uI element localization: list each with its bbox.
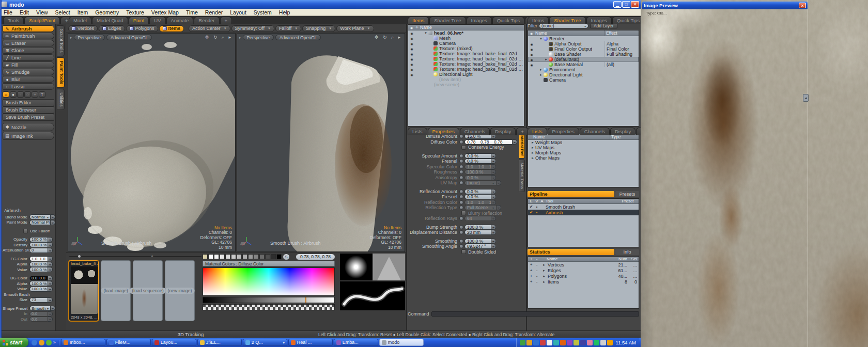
spinner[interactable]: ◂▸ [491,175,496,180]
expander-icon[interactable]: ► [539,73,544,76]
spinner[interactable]: ◂▸ [497,180,501,185]
color-swatch[interactable] [225,254,230,259]
spinner[interactable]: ◂▸ [51,220,55,225]
tool-button[interactable]: Clone [3,47,54,54]
brush-link[interactable]: Save Brush Preset [3,114,54,121]
maximize-button[interactable]: □ [622,1,630,8]
spinner[interactable]: ◂▸ [513,139,517,145]
toolbar-dropdown[interactable]: Falloff▼ [275,25,301,32]
channel-knob[interactable] [459,170,463,174]
load-image-card[interactable]: (load image) [101,260,131,321]
value-ramp[interactable] [203,297,335,303]
property-field[interactable]: 0.0▾ [29,317,48,322]
item-row[interactable]: ◉ Texture: Image: head_bake_final_02d (5… [408,61,524,67]
property-row[interactable]: Opacity 100.0 %▾ ◂▸ [3,237,55,243]
property-field[interactable]: 0.0▾ [29,311,48,317]
property-row[interactable]: Value 100.0 %▾ ◂▸ [3,287,55,292]
tool-button[interactable]: Line [3,54,54,61]
color-swatch[interactable] [265,254,270,259]
spinner[interactable]: ◂▸ [51,214,55,219]
saturation-button[interactable]: S [283,254,289,260]
layout-tab[interactable]: Model [69,17,91,24]
spinner[interactable]: ◂▸ [491,230,496,235]
property-field[interactable]: 100.0 %▾ [29,267,48,272]
property-row[interactable]: Blurry Reflection ▾ ◂▸ [408,211,517,216]
panel-tab[interactable]: Quick Tips [612,17,644,24]
tray-icon[interactable] [607,340,613,345]
panel-tab[interactable]: Items [408,17,429,24]
property-field[interactable]: 0.0 %▾ [464,175,491,180]
visibility-eye-icon[interactable]: ◉ [409,31,414,35]
color-swatch[interactable] [208,254,213,259]
viewport-left[interactable]: ▸ Perspective Advanced OpenGL ✥ ↻ ⌕ ▸ Sm… [68,33,236,252]
color-swatch[interactable] [259,254,265,259]
brush-shape-icon[interactable]: T [39,91,45,98]
sidebar-vertical-tab[interactable]: Sculpt Tools [57,25,65,56]
color-value[interactable]: 0.78, 0.78, 0.78 [296,254,335,260]
spinner[interactable]: ◂▸ [48,317,53,322]
spinner[interactable]: ◂▸ [48,281,53,286]
property-field[interactable]: 100.0 %▾ [29,262,48,267]
property-field[interactable]: 89.5247 °▾ [464,244,491,249]
property-field[interactable]: Smooth▾ [29,306,51,311]
task-button[interactable]: J:\EL... [197,339,242,346]
collapse-arrow-icon[interactable]: ◄ [803,94,809,102]
shader-row[interactable]: ► Environment [528,67,639,72]
task-button[interactable]: Emba... [334,339,378,346]
task-button[interactable]: Inbox... [61,339,105,346]
property-row[interactable]: Smooth Brush ▾ ◂▸ [3,292,55,297]
property-field[interactable]: 0.0 %▾ [464,194,491,199]
property-row[interactable]: FG Color 1.0 1.0 1.0▾ ◂▸ [3,256,55,262]
menu-item[interactable]: Layout [226,9,250,15]
tray-icon[interactable] [560,340,566,345]
visibility-eye-icon[interactable]: ◉ [529,53,534,56]
property-field[interactable]: Full Scene▾ [464,205,497,210]
tool-button[interactable]: Lasso [3,83,54,90]
property-field[interactable]: 100.0 %▾ [29,237,48,242]
viewport-renderer[interactable]: Advanced OpenGL [106,35,152,40]
item-row[interactable]: ◉ Texture: Image: head_bake_final_02d (6… [408,67,524,72]
image-preview-window[interactable]: Image Preview ✕ Type: Clo... ◄ [641,0,868,347]
property-row[interactable]: Shape Preset Smooth▾ ◂▸ [3,306,55,311]
property-row[interactable]: Attenuation Steps 0▾ ◂▸ [3,248,55,254]
tray-icon[interactable] [594,340,599,345]
property-row[interactable]: Smoothing Angle 89.5247 °▾ ◂▸ [408,244,517,249]
menu-item[interactable]: Texture [122,9,147,15]
property-row[interactable]: Alpha 100.0 %▾ ◂▸ [3,281,55,287]
panel-tab[interactable]: Quick Tips [492,17,524,24]
visibility-eye-icon[interactable]: ◉ [409,52,414,56]
property-row[interactable]: Displacement Distance 20 mm▾ ◂▸ [408,230,517,235]
toolbar-dropdown[interactable]: Work Plane▼ [336,25,374,32]
expander-icon[interactable]: ▼ [424,31,428,35]
task-button[interactable]: 2 Q... ▾ [243,339,287,346]
mode-button[interactable]: Vertices [68,25,98,32]
new-image-card[interactable]: (new image) [165,260,195,321]
property-field[interactable]: 100.0 %▾ [464,239,491,244]
spinner[interactable]: ◂▸ [491,164,496,169]
channel-knob[interactable] [459,216,463,220]
command-input[interactable] [431,311,639,317]
spinner[interactable]: ◂▸ [48,256,53,261]
spinner[interactable]: ◂▸ [48,237,53,242]
spinner[interactable]: ◂▸ [491,239,496,244]
task-button[interactable]: modo [379,339,424,346]
color-swatch[interactable] [237,254,242,259]
layout-tab[interactable]: Sculpt/Paint [24,17,60,24]
hue-gradient[interactable] [203,267,335,296]
start-button[interactable]: start [0,338,28,347]
presets-tab[interactable]: Presets [615,191,639,197]
panel-tab[interactable]: Images [467,17,492,24]
brush-shape-icon[interactable]: ◦ [17,91,24,98]
property-row[interactable]: Paint Mode Normal Proj ...▾ ◂▸ [3,220,55,226]
panel-tab[interactable]: Properties [428,128,459,135]
item-row[interactable]: ◉ Mesh [408,36,524,41]
panel-tab[interactable]: Display [490,128,516,135]
shader-row[interactable]: ◉ Final Color Output Final Color [528,46,639,52]
property-row[interactable]: Alpha 100.0 %▾ ◂▸ [3,262,55,267]
shader-row[interactable]: ◉ Alpha Output Alpha [528,41,639,46]
property-field[interactable]: (none)▾ [464,180,497,185]
close-button[interactable]: ✕ [631,1,639,8]
viewport-projection[interactable]: Perspective [243,35,274,40]
sidebar-vertical-tab[interactable]: Utilities [57,89,65,110]
tray-icon[interactable] [567,340,572,345]
